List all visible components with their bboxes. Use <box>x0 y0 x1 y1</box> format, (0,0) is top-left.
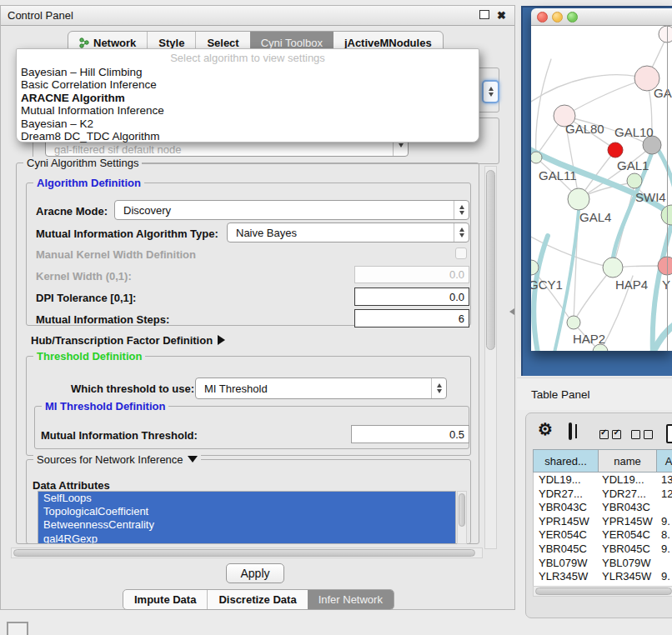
unchecked-pair-icon[interactable] <box>631 427 653 442</box>
network-node-y[interactable] <box>658 257 672 275</box>
control-panel-window: Control Panel ✖ Network Style Select <box>0 5 515 610</box>
mi-threshold-field[interactable] <box>351 425 469 443</box>
mi-steps-field[interactable] <box>354 309 469 328</box>
algorithm-popup-placeholder: Select algorithm to view settings <box>17 49 479 66</box>
algorithm-option[interactable]: Mutual Information Inference <box>17 104 479 117</box>
data-attributes-label: Data Attributes <box>33 479 110 492</box>
mi-steps-label: Mutual Information Steps: <box>36 313 169 326</box>
table-row[interactable]: YBR045CYBR045C9. <box>534 542 672 557</box>
panel-splitter-arrow-icon[interactable] <box>509 308 514 315</box>
cyni-settings-title: Cyni Algorithm Settings <box>23 157 142 169</box>
node-label: Y <box>662 278 670 292</box>
which-threshold-label: Which threshold to use: <box>71 382 194 395</box>
table-row[interactable]: YLR345WYLR345W9. <box>534 570 672 584</box>
attribute-item[interactable]: BetweennessCentrality <box>38 518 455 532</box>
network-window-titlebar[interactable] <box>531 8 672 26</box>
algorithm-popup: Select algorithm to view settings Bayesi… <box>16 48 479 142</box>
file-icon[interactable] <box>666 424 672 443</box>
table-body: YDL19...YDL19...13 YDR27...YDR27...12 YB… <box>533 472 672 586</box>
control-panel-titlebar: Control Panel ✖ <box>1 6 514 26</box>
network-node-selected-red[interactable] <box>608 142 623 158</box>
network-canvas[interactable]: GAL GAL80 GAL10 GAL11 GAL1 SWI4 GAL4 GCY… <box>531 26 672 351</box>
table-panel-window: ⚙ shared... name A YDL19...YDL19...13 YD… <box>525 412 672 618</box>
algorithm-option[interactable]: Basic Correlation Inference <box>17 78 479 91</box>
aracne-mode-label: Aracne Mode: <box>36 205 108 218</box>
which-threshold-combo[interactable]: MI Threshold <box>195 378 447 399</box>
network-node[interactable] <box>659 26 672 42</box>
network-node-hap2[interactable] <box>567 316 580 329</box>
dpi-tolerance-field[interactable] <box>354 288 469 306</box>
table-row[interactable]: YDL19...YDL19...13 <box>534 473 672 488</box>
algorithm-option-selected[interactable]: ARACNE Algorithm <box>17 92 479 104</box>
gear-icon[interactable]: ⚙ <box>538 419 553 439</box>
manual-kernel-checkbox[interactable] <box>455 248 467 259</box>
table-row[interactable]: YPR145WYPR145W9. <box>534 515 672 529</box>
combo-stepper-icon <box>454 223 469 242</box>
data-attributes-list[interactable]: SelfLoops TopologicalCoefficient Between… <box>38 491 456 544</box>
network-node-hap4[interactable] <box>603 258 623 278</box>
column-header-name[interactable]: name <box>599 450 657 472</box>
algorithm-combo-stepper[interactable] <box>482 80 499 103</box>
zoom-button[interactable] <box>567 12 578 22</box>
network-node-gal1[interactable] <box>627 173 642 188</box>
screen: Control Panel ✖ Network Style Select <box>0 0 672 635</box>
split-columns-icon[interactable] <box>569 422 572 440</box>
node-label: SWI4 <box>635 190 666 204</box>
minimized-panel-icon[interactable] <box>7 622 28 635</box>
mi-threshold-label: Mutual Information Threshold: <box>41 429 198 442</box>
minimize-button[interactable] <box>552 12 563 22</box>
node-label: HAP2 <box>573 332 605 346</box>
node-label: GAL11 <box>539 168 577 182</box>
attribute-list-scrollbar[interactable] <box>457 491 467 544</box>
sources-title[interactable]: Sources for Network Inference <box>33 453 201 466</box>
close-button[interactable] <box>537 12 548 22</box>
network-node-gal11[interactable] <box>531 152 542 163</box>
manual-kernel-label: Manual Kernel Width Definition <box>36 248 196 261</box>
close-icon[interactable]: ✖ <box>497 10 506 21</box>
node-label: GAL80 <box>565 122 604 136</box>
dpi-tolerance-label: DPI Tolerance [0,1]: <box>36 292 136 304</box>
attribute-item[interactable]: SelfLoops <box>38 492 455 505</box>
network-node-gal4[interactable] <box>568 188 589 210</box>
aracne-mode-combo[interactable]: Discovery <box>114 200 469 220</box>
column-header-shared-name[interactable]: shared... <box>534 450 599 472</box>
attribute-item[interactable]: TopologicalCoefficient <box>38 505 455 518</box>
tab-impute-data[interactable]: Impute Data <box>123 590 207 609</box>
node-label: GAL1 <box>617 158 649 172</box>
algorithm-option[interactable]: Dream8 DC_TDC Algorithm <box>17 130 479 142</box>
threshold-definition-title: Threshold Definition <box>33 350 145 362</box>
combo-stepper-icon <box>454 201 469 219</box>
table-row[interactable]: YER054CYER054C8. <box>534 528 672 542</box>
checked-pair-icon[interactable] <box>599 427 621 442</box>
table-row[interactable]: YDR27...YDR27...12 <box>534 488 672 502</box>
apply-button[interactable]: Apply <box>226 563 284 583</box>
settings-horizontal-scrollbar[interactable] <box>11 548 483 558</box>
table-panel-title: Table Panel <box>531 388 590 401</box>
algorithm-definition-title: Algorithm Definition <box>33 177 144 189</box>
table-row[interactable]: YBL079WYBL079W <box>534 557 672 571</box>
algorithm-option[interactable]: Bayesian – Hill Climbing <box>17 66 479 78</box>
tab-infer-network[interactable]: Infer Network <box>308 590 394 609</box>
control-panel-title: Control Panel <box>8 9 73 22</box>
node-label: GAL4 <box>579 210 611 224</box>
table-horizontal-scrollbar[interactable] <box>533 586 672 597</box>
collapse-arrow-icon <box>188 456 198 462</box>
float-icon[interactable] <box>479 10 489 19</box>
table-row[interactable]: YBR043CYBR043C <box>534 501 672 515</box>
network-window: GAL GAL80 GAL10 GAL11 GAL1 SWI4 GAL4 GCY… <box>531 8 672 351</box>
mi-algorithm-type-combo[interactable]: Naive Bayes <box>227 222 469 242</box>
algorithm-option[interactable]: Bayesian – K2 <box>17 118 479 130</box>
hub-definition-toggle[interactable]: Hub/Transcription Factor Definition <box>31 334 225 347</box>
tab-discretize-data[interactable]: Discretize Data <box>207 590 307 609</box>
settings-vertical-scrollbar[interactable] <box>484 166 497 549</box>
attribute-item[interactable]: gal4RGexp <box>38 532 455 544</box>
expand-arrow-icon <box>218 335 225 345</box>
kernel-width-field[interactable] <box>354 266 469 283</box>
tab-network-label: Network <box>93 37 136 49</box>
network-icon <box>79 38 89 48</box>
table-header: shared... name A <box>533 449 672 472</box>
combo-stepper-icon <box>431 378 446 398</box>
column-header-clipped[interactable]: A <box>657 450 672 472</box>
mi-threshold-definition-title: MI Threshold Definition <box>42 400 168 412</box>
node-label: GAL10 <box>614 125 654 139</box>
